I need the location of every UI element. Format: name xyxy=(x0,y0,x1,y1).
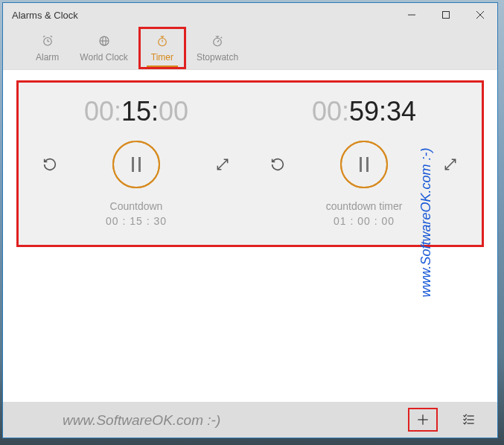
tab-label: World Clock xyxy=(80,52,127,63)
time-display: 00 : 59 : 34 xyxy=(312,96,416,127)
timer-controls xyxy=(26,141,246,188)
pause-button[interactable] xyxy=(340,141,388,188)
alarm-icon xyxy=(41,34,54,50)
titlebar: Alarms & Clock xyxy=(3,3,497,27)
globe-icon xyxy=(98,34,111,50)
timer-name: countdown timer xyxy=(326,200,403,212)
timer-icon xyxy=(156,34,169,50)
svg-line-17 xyxy=(217,40,219,42)
expand-button[interactable] xyxy=(212,154,233,175)
expand-button[interactable] xyxy=(440,154,461,175)
timer-controls xyxy=(254,141,474,188)
tab-worldclock[interactable]: World Clock xyxy=(69,27,138,69)
close-button[interactable] xyxy=(463,3,497,27)
select-timers-button[interactable] xyxy=(454,408,484,432)
titlebar-buttons xyxy=(395,3,497,27)
watermark-side-text: www.SoftwareOK.com :-) xyxy=(418,147,434,297)
tab-label: Alarm xyxy=(36,52,59,63)
seconds-value: 00 xyxy=(159,96,188,127)
seconds-value: 34 xyxy=(386,96,416,127)
timer-card[interactable]: 00 : 15 : 00 xyxy=(26,96,246,227)
svg-point-23 xyxy=(341,141,387,188)
svg-line-8 xyxy=(50,36,51,37)
timer-card[interactable]: 00 : 59 : 34 xyxy=(254,96,474,227)
tab-timer[interactable]: Timer xyxy=(138,27,186,69)
pause-button[interactable] xyxy=(112,141,160,188)
svg-point-21 xyxy=(113,141,159,188)
hours-value: 00 xyxy=(312,96,342,127)
tab-label: Stopwatch xyxy=(197,52,238,63)
svg-line-7 xyxy=(43,36,45,37)
tab-label: Timer xyxy=(151,52,173,63)
svg-line-24 xyxy=(445,159,455,169)
timer-original-time: 00 : 15 : 30 xyxy=(106,215,167,227)
tab-stopwatch[interactable]: Stopwatch xyxy=(186,27,249,69)
tabs-bar: Alarm World Clock Timer Stopwatch xyxy=(3,27,497,70)
bottom-bar: www.SoftwareOK.com :-) xyxy=(3,402,497,438)
svg-line-22 xyxy=(217,159,227,169)
tab-alarm[interactable]: Alarm xyxy=(25,27,69,69)
stopwatch-icon xyxy=(211,34,224,50)
window-title: Alarms & Clock xyxy=(12,10,78,21)
minimize-button[interactable] xyxy=(395,3,429,27)
reset-button[interactable] xyxy=(267,154,288,175)
hours-value: 00 xyxy=(84,96,114,127)
timers-container: 00 : 15 : 00 xyxy=(16,80,484,247)
add-timer-button[interactable] xyxy=(408,408,438,432)
minutes-value: 59 xyxy=(349,96,379,127)
timer-name: Countdown xyxy=(110,200,163,212)
svg-line-20 xyxy=(221,36,223,38)
svg-rect-1 xyxy=(443,12,450,19)
reset-button[interactable] xyxy=(39,154,60,175)
time-display: 00 : 15 : 00 xyxy=(84,96,188,127)
timer-original-time: 01 : 00 : 00 xyxy=(334,215,395,227)
watermark-text: www.SoftwareOK.com :-) xyxy=(63,412,220,429)
minutes-value: 15 xyxy=(121,96,151,127)
maximize-button[interactable] xyxy=(429,3,463,27)
